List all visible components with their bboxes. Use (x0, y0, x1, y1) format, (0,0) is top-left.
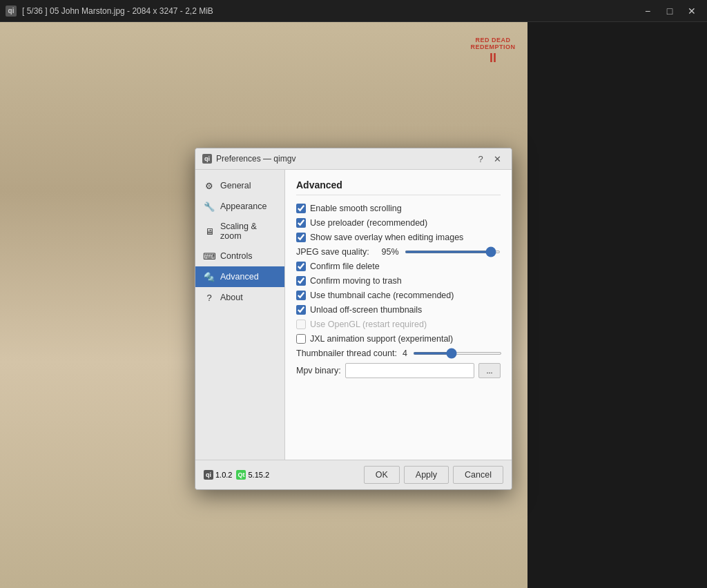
pref-confirm-trash-label[interactable]: Confirm moving to trash (296, 276, 402, 286)
dialog-titlebar: qi Preferences — qimgv ? ✕ (195, 148, 512, 170)
pref-save-overlay-row: Show save overlay when editing images (296, 233, 501, 242)
sidebar-item-controls[interactable]: ⌨ Controls (195, 246, 284, 266)
save-overlay-checkbox[interactable] (296, 233, 306, 242)
preferences-dialog: qi Preferences — qimgv ? ✕ ⚙ General 🔧 (195, 148, 512, 490)
pref-thumbnail-cache-label[interactable]: Use thumbnail cache (recommended) (296, 291, 454, 300)
dialog-help-button[interactable]: ? (473, 153, 488, 165)
pref-preloader-label[interactable]: Use preloader (recommended) (296, 218, 427, 228)
window-close-button[interactable]: ✕ (682, 3, 701, 19)
sidebar-item-label-about: About (220, 293, 243, 302)
mpv-binary-label: Mpv binary: (296, 366, 341, 375)
dialog-footer: qi 1.0.2 Qt 5.15.2 OK Apply Cancel (195, 460, 512, 489)
jpeg-quality-label: JPEG save quality: (296, 247, 369, 257)
dialog-title: Preferences — qimgv (216, 154, 473, 164)
qt-version-text: 5.15.2 (248, 471, 269, 479)
footer-versions: qi 1.0.2 Qt 5.15.2 (204, 470, 364, 480)
dialog-icon: qi (202, 154, 212, 164)
about-icon: ? (204, 292, 215, 303)
thread-count-slider-container (413, 352, 502, 355)
titlebar: qi [ 5/36 ] 05 John Marston.jpg - 2084 x… (0, 0, 707, 22)
smooth-scroll-checkbox[interactable] (296, 204, 306, 213)
appearance-icon: 🔧 (204, 201, 215, 212)
pref-confirm-delete-label[interactable]: Confirm file delete (296, 262, 380, 271)
sidebar-item-about[interactable]: ? About (195, 287, 284, 308)
pref-opengl-label: Use OpenGL (restart required) (296, 320, 427, 329)
confirm-delete-checkbox[interactable] (296, 262, 306, 271)
scaling-icon: 🖥 (204, 226, 215, 237)
opengl-checkbox (296, 320, 306, 329)
pref-unload-thumbnails-row: Unload off-screen thumbnails (296, 305, 501, 315)
sidebar-item-advanced[interactable]: 🔩 Advanced (195, 266, 284, 287)
controls-icon: ⌨ (204, 251, 215, 262)
jxl-checkbox[interactable] (296, 334, 306, 344)
preloader-checkbox[interactable] (296, 218, 306, 228)
unload-thumbnails-checkbox[interactable] (296, 305, 306, 315)
sidebar-item-label-scaling: Scaling & zoom (220, 222, 276, 241)
jpeg-quality-value: 95% (375, 247, 399, 257)
image-viewer: RED DEADREDEMPTION II qi Preferences — q… (0, 22, 707, 588)
thread-count-label: Thumbnailer thread count: (296, 349, 397, 358)
thread-count-slider[interactable] (413, 352, 502, 355)
app-icon: qi (6, 6, 17, 17)
content-title: Advanced (296, 179, 501, 195)
sidebar-item-label-controls: Controls (220, 251, 253, 261)
gear-icon: ⚙ (204, 180, 215, 191)
dialog-body: ⚙ General 🔧 Appearance 🖥 Scaling & zoom … (195, 170, 512, 460)
confirm-trash-checkbox[interactable] (296, 276, 306, 286)
pref-thumbnail-cache-row: Use thumbnail cache (recommended) (296, 291, 501, 300)
qi-version-badge: qi 1.0.2 (204, 470, 232, 480)
jpeg-quality-slider-container (405, 251, 501, 253)
qt-version-icon: Qt (236, 470, 246, 480)
maximize-button[interactable]: □ (660, 3, 679, 19)
mpv-binary-input[interactable] (345, 363, 474, 378)
titlebar-controls: − □ ✕ (638, 3, 701, 19)
sidebar-item-label-general: General (220, 181, 251, 190)
pref-unload-thumbnails-label[interactable]: Unload off-screen thumbnails (296, 305, 422, 315)
pref-confirm-delete-row: Confirm file delete (296, 262, 501, 271)
mpv-binary-row: Mpv binary: ... (296, 363, 501, 378)
thumbnail-cache-checkbox[interactable] (296, 291, 306, 300)
thread-count-value: 4 (403, 349, 407, 358)
minimize-button[interactable]: − (638, 3, 657, 19)
dialog-overlay: qi Preferences — qimgv ? ✕ ⚙ General 🔧 (0, 22, 707, 588)
preferences-sidebar: ⚙ General 🔧 Appearance 🖥 Scaling & zoom … (195, 170, 285, 460)
preferences-content: Advanced Enable smooth scrolling Use pre… (285, 170, 512, 460)
sidebar-item-scaling[interactable]: 🖥 Scaling & zoom (195, 217, 284, 246)
titlebar-title: [ 5/36 ] 05 John Marston.jpg - 2084 x 32… (22, 6, 632, 16)
qt-version-badge: Qt 5.15.2 (236, 470, 269, 480)
advanced-icon: 🔩 (204, 271, 215, 282)
mpv-browse-button[interactable]: ... (478, 363, 501, 378)
sidebar-item-general[interactable]: ⚙ General (195, 175, 284, 196)
dialog-titlebar-controls: ? ✕ (473, 153, 505, 165)
dialog-footer-buttons: OK Apply Cancel (364, 466, 503, 484)
apply-button[interactable]: Apply (404, 466, 449, 484)
pref-preloader-row: Use preloader (recommended) (296, 218, 501, 228)
sidebar-item-label-advanced: Advanced (220, 272, 259, 282)
pref-jxl-label[interactable]: JXL animation support (experimental) (296, 334, 453, 344)
ok-button[interactable]: OK (364, 466, 400, 484)
sidebar-item-label-appearance: Appearance (220, 202, 267, 211)
pref-smooth-scroll-row: Enable smooth scrolling (296, 204, 501, 213)
pref-save-overlay-label[interactable]: Show save overlay when editing images (296, 233, 463, 242)
qi-version-icon: qi (204, 470, 213, 480)
qi-version-text: 1.0.2 (215, 471, 232, 479)
pref-smooth-scroll-label[interactable]: Enable smooth scrolling (296, 204, 402, 213)
jpeg-quality-row: JPEG save quality: 95% (296, 247, 501, 257)
dialog-close-button[interactable]: ✕ (490, 153, 505, 165)
thread-count-row: Thumbnailer thread count: 4 (296, 349, 501, 358)
jpeg-quality-slider[interactable] (405, 251, 501, 253)
sidebar-item-appearance[interactable]: 🔧 Appearance (195, 196, 284, 217)
cancel-button[interactable]: Cancel (453, 466, 503, 484)
pref-confirm-trash-row: Confirm moving to trash (296, 276, 501, 286)
pref-opengl-row: Use OpenGL (restart required) (296, 320, 501, 329)
pref-jxl-row: JXL animation support (experimental) (296, 334, 501, 344)
